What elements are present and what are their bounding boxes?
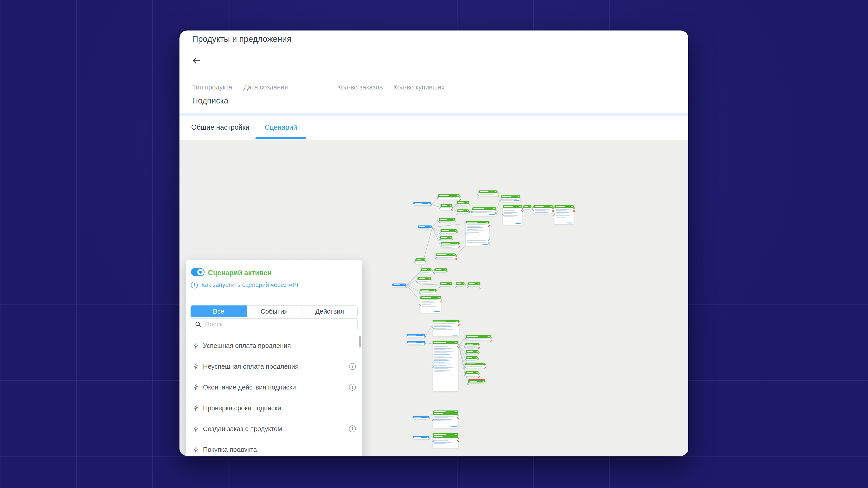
scenario-node[interactable] xyxy=(523,205,532,209)
scenario-node[interactable] xyxy=(392,283,406,287)
scenario-node[interactable] xyxy=(412,436,429,440)
node-header xyxy=(438,194,460,197)
search-icon xyxy=(195,321,202,328)
scenario-node[interactable] xyxy=(439,282,453,286)
scenario-node[interactable] xyxy=(440,236,453,239)
scenario-node[interactable] xyxy=(465,356,478,360)
error-port xyxy=(477,376,480,378)
scenario-node[interactable] xyxy=(440,229,457,233)
input-port xyxy=(455,286,457,288)
scenario-node[interactable] xyxy=(468,282,480,286)
search-input[interactable] xyxy=(205,320,357,328)
node-header xyxy=(466,335,491,338)
scenario-node[interactable] xyxy=(465,335,491,340)
scenario-node[interactable] xyxy=(440,241,460,248)
node-body xyxy=(440,232,457,235)
scenario-node[interactable] xyxy=(436,253,456,259)
scenario-node[interactable] xyxy=(433,341,458,392)
node-footer-link xyxy=(489,214,495,215)
scenario-node[interactable] xyxy=(478,190,498,196)
scenario-node[interactable] xyxy=(418,225,432,229)
scenario-node[interactable] xyxy=(438,218,455,222)
node-body xyxy=(465,365,485,368)
scenario-active-toggle[interactable] xyxy=(191,268,205,276)
scenario-node[interactable] xyxy=(501,195,521,202)
node-body xyxy=(413,438,429,441)
info-icon[interactable]: i xyxy=(349,363,356,370)
output-port xyxy=(478,344,480,346)
event-list-item[interactable]: Успешная оплата продления xyxy=(186,335,362,356)
scenario-node[interactable] xyxy=(465,343,479,348)
input-port xyxy=(420,271,422,273)
node-header xyxy=(555,205,574,208)
node-header xyxy=(465,343,479,346)
scenario-node[interactable] xyxy=(433,320,459,337)
scenario-node[interactable] xyxy=(415,258,426,264)
scrollbar-thumb[interactable] xyxy=(359,336,361,347)
scenario-node[interactable] xyxy=(472,207,496,216)
scenario-node[interactable] xyxy=(468,379,485,383)
scenario-node[interactable] xyxy=(465,371,479,377)
scenario-node[interactable] xyxy=(433,433,458,448)
scenario-node[interactable] xyxy=(412,416,429,419)
event-list-item[interactable]: Проверка срока подписки xyxy=(186,398,362,418)
event-list-item[interactable]: Неуспешная оплата продленияi xyxy=(186,356,362,377)
scenario-node[interactable] xyxy=(434,268,447,272)
scenario-node[interactable] xyxy=(457,209,469,213)
search-box[interactable] xyxy=(191,318,358,330)
api-help-link[interactable]: i Как запустить сценарий через API xyxy=(191,282,298,289)
input-port xyxy=(456,204,458,206)
output-port xyxy=(452,284,454,286)
scenario-node[interactable] xyxy=(533,205,553,214)
scenario-canvas[interactable]: Сценарий активен i Как запустить сценари… xyxy=(180,140,688,456)
tab-general-settings[interactable]: Общие настройки xyxy=(191,123,249,131)
event-list-item[interactable]: Создан заказ с продуктомi xyxy=(186,418,362,439)
scenario-node[interactable] xyxy=(417,277,432,283)
filter-segment[interactable]: Все xyxy=(191,305,247,317)
scenario-node[interactable] xyxy=(456,201,469,206)
active-tab-indicator xyxy=(255,137,306,139)
output-port xyxy=(405,286,407,288)
input-port xyxy=(432,327,434,329)
filter-segment[interactable]: События xyxy=(247,305,302,317)
scenario-node[interactable] xyxy=(554,205,574,225)
error-port xyxy=(495,212,497,214)
info-icon: i xyxy=(191,282,198,289)
filter-segment[interactable]: Действия xyxy=(302,305,358,317)
output-port xyxy=(497,192,499,194)
event-list-item[interactable]: Покупка продукта xyxy=(186,439,362,452)
node-header xyxy=(433,433,458,438)
node-body xyxy=(438,197,460,199)
info-icon[interactable]: i xyxy=(349,425,356,432)
node-body xyxy=(466,359,477,362)
scenario-node[interactable] xyxy=(406,340,425,345)
node-body xyxy=(407,343,425,346)
output-port xyxy=(431,227,433,229)
info-icon[interactable]: i xyxy=(349,384,356,391)
scenario-node[interactable] xyxy=(456,282,465,286)
tab-scenario[interactable]: Сценарий xyxy=(265,123,297,131)
scenario-node[interactable] xyxy=(421,268,432,274)
node-body xyxy=(433,415,458,422)
scenario-node[interactable] xyxy=(466,350,479,354)
back-button[interactable] xyxy=(191,56,203,67)
node-body xyxy=(421,299,441,308)
node-header xyxy=(501,195,520,198)
scenario-node[interactable] xyxy=(465,362,486,368)
action-list-item[interactable]: Ожидание xyxy=(186,455,362,456)
scenario-node[interactable] xyxy=(438,194,460,200)
scenario-node[interactable] xyxy=(502,205,522,225)
scenario-node[interactable] xyxy=(440,204,453,210)
scenario-node[interactable] xyxy=(413,201,431,205)
event-list-item[interactable]: Окончание действия подпискиi xyxy=(186,377,362,398)
output-port xyxy=(468,211,470,213)
scenario-node[interactable] xyxy=(420,296,441,313)
scenario-node[interactable] xyxy=(406,333,425,338)
node-header xyxy=(503,205,522,208)
scenario-node[interactable] xyxy=(465,221,489,246)
scenario-active-label: Сценарий активен xyxy=(208,269,272,277)
scenario-node[interactable] xyxy=(420,289,436,294)
input-port xyxy=(416,281,418,283)
scenario-node[interactable] xyxy=(433,410,458,428)
input-port xyxy=(439,239,441,241)
